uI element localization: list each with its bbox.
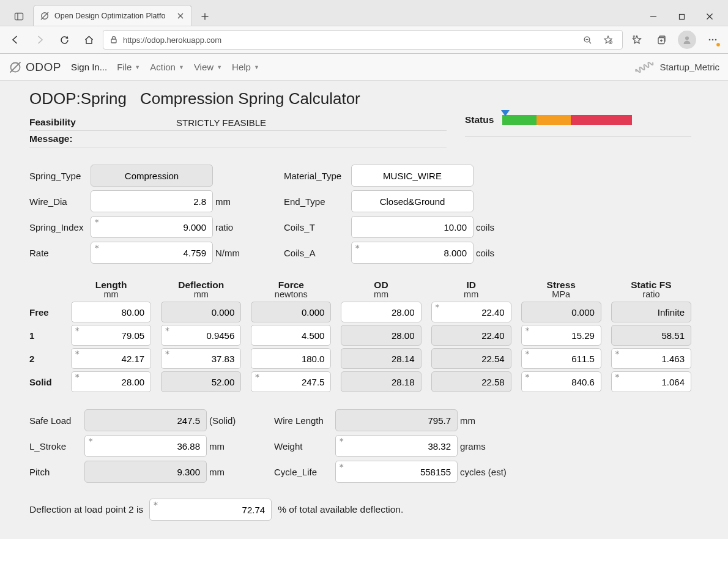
svg-rect-0	[15, 13, 23, 20]
spring-type-field	[91, 165, 213, 187]
address-bar[interactable]: https://odop.herokuapp.com	[103, 30, 623, 50]
svg-line-29	[10, 62, 21, 72]
url-text: https://odop.herokuapp.com	[123, 35, 574, 45]
window-controls	[640, 7, 723, 26]
maximize-button[interactable]	[668, 7, 695, 26]
back-button[interactable]	[5, 30, 26, 50]
svg-point-27	[715, 39, 717, 41]
material-type-field[interactable]	[351, 165, 474, 187]
signin-link[interactable]: Sign In...	[71, 62, 107, 72]
caret-icon: ▼	[179, 64, 184, 70]
startup-label: Startup_Metric	[659, 62, 719, 72]
help-menu[interactable]: Help▼	[232, 62, 259, 72]
deflection-sentence: Deflection at load point 2 is * % of tot…	[29, 499, 691, 521]
feasibility-row: Feasibility STRICTLY FEASIBLE	[29, 117, 447, 128]
forward-button[interactable]	[29, 30, 50, 50]
brand[interactable]: ODOP	[9, 61, 61, 74]
safe-load-field	[84, 409, 207, 431]
brand-icon	[9, 61, 22, 74]
status-box: Status	[465, 114, 691, 125]
end-type-field[interactable]	[351, 190, 474, 212]
table-row-1: 1 * * *	[29, 325, 691, 346]
feasibility-value: STRICTLY FEASIBLE	[176, 117, 266, 128]
lock-icon	[110, 35, 118, 44]
cycle-life-field[interactable]: *	[335, 461, 458, 483]
favorites-button[interactable]	[626, 30, 647, 50]
startup-design[interactable]: Startup_Metric	[634, 62, 719, 73]
favorite-icon[interactable]	[600, 35, 616, 45]
caret-icon: ▼	[254, 64, 259, 70]
file-menu[interactable]: File▼	[117, 62, 140, 72]
page-title: ODOP:Spring Compression Spring Calculato…	[29, 89, 691, 108]
action-menu[interactable]: Action▼	[150, 62, 184, 72]
weight-field[interactable]: *	[335, 435, 458, 457]
app-navbar: ODOP Sign In... File▼ Action▼ View▼ Help…	[0, 54, 728, 81]
parameter-grid: Spring_Type Material_Type Wire_Dia mm En…	[29, 165, 691, 264]
tab-title: Open Design Optimization Platfo	[54, 12, 171, 20]
status-bar	[502, 115, 632, 125]
refresh-button[interactable]	[54, 30, 75, 50]
svg-point-24	[685, 37, 689, 40]
caret-icon: ▼	[135, 64, 140, 70]
collections-button[interactable]	[651, 30, 672, 50]
brand-text: ODOP	[26, 61, 61, 74]
svg-rect-12	[111, 39, 116, 43]
browser-tab[interactable]: Open Design Optimization Platfo	[33, 5, 192, 26]
home-button[interactable]	[78, 30, 99, 50]
table-row-2: 2 * * * *	[29, 348, 691, 369]
svg-rect-9	[679, 14, 684, 19]
table-row-free: Free *	[29, 302, 691, 322]
results-table: Lengthmm Deflectionmm Forcenewtons ODmm …	[29, 280, 691, 392]
favicon-odop	[40, 11, 50, 21]
wire-length-field	[335, 409, 458, 431]
more-button[interactable]	[702, 30, 723, 50]
app: ODOP Sign In... File▼ Action▼ View▼ Help…	[0, 54, 728, 539]
status-marker	[501, 110, 510, 116]
svg-line-14	[589, 42, 591, 43]
spring-icon	[633, 57, 656, 77]
lstroke-field[interactable]: *	[84, 435, 207, 457]
pitch-field	[84, 461, 207, 483]
close-window-button[interactable]	[696, 7, 723, 26]
zoom-icon[interactable]	[579, 35, 595, 45]
message-row: Message:	[29, 133, 447, 144]
wire-dia-field[interactable]	[91, 190, 213, 212]
coils-t-field[interactable]	[351, 216, 474, 238]
tabstrip: Open Design Optimization Platfo	[33, 5, 640, 26]
notification-badge	[716, 42, 721, 47]
svg-point-25	[709, 39, 711, 41]
browser-chrome: Open Design Optimization Platfo https://…	[0, 0, 728, 54]
rate-field[interactable]: *	[91, 242, 213, 264]
browser-toolbar: https://odop.herokuapp.com	[0, 26, 728, 53]
table-row-solid: Solid * * * *	[29, 371, 691, 392]
page-content: ODOP:Spring Compression Spring Calculato…	[0, 81, 704, 539]
profile-button[interactable]	[678, 31, 696, 49]
coils-a-field[interactable]: *	[351, 242, 474, 264]
view-menu[interactable]: View▼	[194, 62, 222, 72]
titlebar: Open Design Optimization Platfo	[0, 0, 728, 26]
new-tab-button[interactable]	[196, 7, 214, 26]
caret-icon: ▼	[217, 64, 222, 70]
minimize-button[interactable]	[640, 7, 667, 26]
close-icon[interactable]	[176, 11, 185, 21]
spring-index-field[interactable]: *	[91, 216, 213, 238]
svg-point-26	[712, 39, 714, 41]
deflection-pct-field[interactable]: *	[149, 499, 272, 521]
summary-grid: Safe Load (Solid) Wire Length mm L_Strok…	[29, 409, 691, 483]
tab-actions-button[interactable]	[10, 7, 28, 26]
